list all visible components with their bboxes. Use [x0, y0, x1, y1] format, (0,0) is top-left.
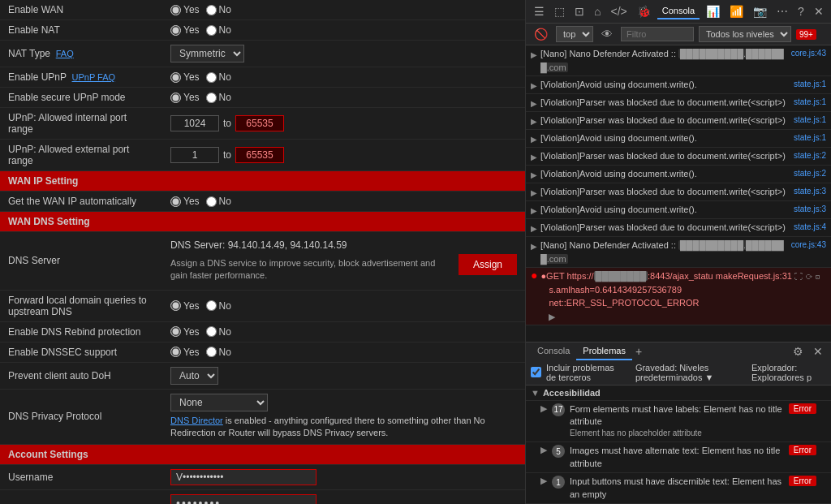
dns-privacy-note: DNS Director is enabled - anything confi…	[170, 415, 517, 440]
close-panel-icon[interactable]: ✕	[810, 343, 826, 360]
secure-upnp-no-label[interactable]: No	[206, 92, 231, 103]
enable-wan-yes-radio[interactable]	[170, 5, 181, 15]
console-eye-icon[interactable]: 👁	[598, 26, 616, 42]
assign-dns-button[interactable]: Assign	[459, 254, 517, 275]
devtools-camera-icon[interactable]: 📷	[750, 3, 770, 19]
console-log-area[interactable]: ▶ [Nano] Nano Defender Activated :: ████…	[526, 45, 831, 342]
dns-rebind-row: Enable DNS Rebind protection Yes No	[0, 321, 525, 342]
devtools-perf-icon[interactable]: 📊	[703, 3, 723, 19]
add-tab-button[interactable]: +	[632, 343, 645, 360]
log-source-6[interactable]: state.js:2	[794, 167, 826, 179]
upnp-internal-to-input[interactable]	[235, 115, 284, 131]
enable-wan-label: Enable WAN	[0, 0, 162, 20]
devtools-bug-icon[interactable]: 🐞	[634, 3, 654, 19]
devtools-code-icon[interactable]: </>	[607, 3, 630, 19]
log-source-0[interactable]: core.js:43	[791, 47, 826, 59]
upnp-external-to-input[interactable]	[235, 147, 284, 163]
log-source-2[interactable]: state.js:1	[794, 96, 826, 108]
username-input[interactable]	[170, 469, 316, 485]
include-terceros-checkbox[interactable]	[531, 367, 541, 377]
dnssec-no-radio[interactable]	[206, 347, 217, 357]
bottom-tab-problemas[interactable]: Problemas	[576, 342, 632, 360]
error-expand-arrow[interactable]: ▶	[540, 310, 826, 324]
devtools-home-icon[interactable]: ⌂	[591, 3, 604, 19]
upnp-yes-radio[interactable]	[170, 72, 181, 83]
console-filter-input[interactable]	[621, 27, 694, 41]
log-entry-5: ▶ [Violation]Parser was blocked due to d…	[526, 148, 831, 166]
devtools-close-icon[interactable]: ✕	[811, 3, 827, 19]
dns-server-cell: DNS Server: 94.140.14.49, 94.140.14.59 A…	[162, 232, 525, 291]
secure-upnp-yes-radio[interactable]	[170, 93, 181, 103]
dns-server-text: DNS Server: 94.140.14.49, 94.140.14.59	[170, 239, 517, 251]
log-source-10[interactable]: core.js:43	[791, 239, 826, 251]
password-input[interactable]	[170, 494, 316, 504]
enable-nat-no-label[interactable]: No	[206, 24, 231, 36]
devtools-menu-icon[interactable]: ☰	[531, 3, 548, 19]
gravedad-chevron-icon[interactable]: ▼	[705, 373, 714, 382]
log-arrow-icon-3: ▶	[531, 115, 537, 127]
wan-ip-yes-radio[interactable]	[170, 196, 181, 207]
wan-ip-yes-label[interactable]: Yes	[170, 196, 200, 207]
get-wan-ip-label: Get the WAN IP automatically	[0, 192, 162, 212]
secure-upnp-label: Enable secure UPnP mode	[0, 88, 162, 108]
enable-nat-yes-radio[interactable]	[170, 25, 181, 36]
console-levels-select[interactable]: Todos los niveles	[699, 26, 791, 42]
secure-upnp-no-radio[interactable]	[206, 93, 217, 103]
devtools-help-icon[interactable]: ?	[794, 3, 807, 19]
upnp-yes-label[interactable]: Yes	[170, 71, 200, 83]
forward-no-label[interactable]: No	[206, 300, 231, 312]
dnssec-yes-label[interactable]: Yes	[170, 347, 200, 358]
forward-yes-label[interactable]: Yes	[170, 300, 200, 312]
right-devtools-panel: ☰ ⬚ ⊡ ⌂ </> 🐞 Consola 📊 📶 📷 ⋯ ? ✕ 🚫 top …	[526, 0, 831, 504]
upnp-external-from-input[interactable]	[170, 147, 219, 163]
log-source-1[interactable]: state.js:1	[794, 78, 826, 90]
dns-privacy-select[interactable]: None	[170, 394, 268, 411]
dns-rebind-yes-radio[interactable]	[170, 326, 181, 337]
console-error-count-badge: 99+	[796, 29, 816, 40]
devtools-tab-consola[interactable]: Consola	[657, 3, 700, 19]
devtools-more-icon[interactable]: ⋯	[773, 3, 791, 19]
devtools-inspect-icon[interactable]: ⬚	[551, 3, 568, 19]
bottom-tab-consola[interactable]: Consola	[531, 342, 576, 360]
log-source-5[interactable]: state.js:2	[794, 149, 826, 162]
error-dot-icon: ●	[531, 269, 537, 281]
log-arrow-icon-9: ▶	[531, 222, 537, 235]
nat-type-select[interactable]: Symmetric	[170, 45, 244, 62]
enable-nat-yes-label[interactable]: Yes	[170, 24, 200, 36]
prevent-doh-select[interactable]: Auto	[170, 367, 218, 385]
dns-rebind-no-radio[interactable]	[206, 326, 217, 337]
accesibilidad-header[interactable]: ▼ Accesibilidad	[526, 386, 831, 401]
dnssec-yes-radio[interactable]	[170, 347, 181, 357]
log-source-3[interactable]: state.js:1	[794, 114, 826, 126]
forward-no-radio[interactable]	[206, 300, 217, 311]
forward-domain-row: Forward local domain queries to upstream…	[0, 290, 525, 321]
console-top-select[interactable]: top	[556, 26, 593, 42]
enable-wan-yes-label[interactable]: Yes	[170, 4, 200, 15]
dns-director-link[interactable]: DNS Director	[170, 416, 223, 425]
dns-rebind-no-label[interactable]: No	[206, 326, 231, 338]
devtools-pick-icon[interactable]: ⊡	[571, 3, 588, 19]
enable-nat-no-radio[interactable]	[206, 25, 217, 36]
wan-ip-no-label[interactable]: No	[206, 196, 231, 207]
log-source-7[interactable]: state.js:3	[794, 185, 826, 197]
log-arrow-icon: ▶	[531, 49, 537, 61]
enable-wan-no-radio[interactable]	[206, 5, 217, 15]
upnp-no-radio[interactable]	[206, 72, 217, 83]
secure-upnp-yes-label[interactable]: Yes	[170, 92, 200, 103]
console-clear-icon[interactable]: 🚫	[531, 26, 551, 42]
upnp-no-label[interactable]: No	[206, 71, 231, 83]
settings-icon-bottom[interactable]: ⚙	[790, 343, 807, 360]
dns-rebind-yes-label[interactable]: Yes	[170, 326, 200, 338]
forward-yes-radio[interactable]	[170, 300, 181, 311]
wan-ip-no-radio[interactable]	[206, 196, 217, 207]
devtools-wifi-icon[interactable]: 📶	[726, 3, 747, 19]
upnp-faq-link[interactable]: UPnP FAQ	[72, 72, 116, 82]
dnssec-no-label[interactable]: No	[206, 347, 231, 358]
nat-faq-link[interactable]: FAQ	[56, 49, 74, 58]
log-source-8[interactable]: state.js:3	[794, 203, 826, 215]
log-source-9[interactable]: state.js:4	[794, 221, 826, 233]
log-text-9: [Violation]Parser was blocked due to doc…	[540, 221, 789, 235]
enable-wan-no-label[interactable]: No	[206, 4, 231, 15]
log-source-4[interactable]: state.js:1	[794, 131, 826, 144]
upnp-internal-from-input[interactable]	[170, 115, 219, 131]
